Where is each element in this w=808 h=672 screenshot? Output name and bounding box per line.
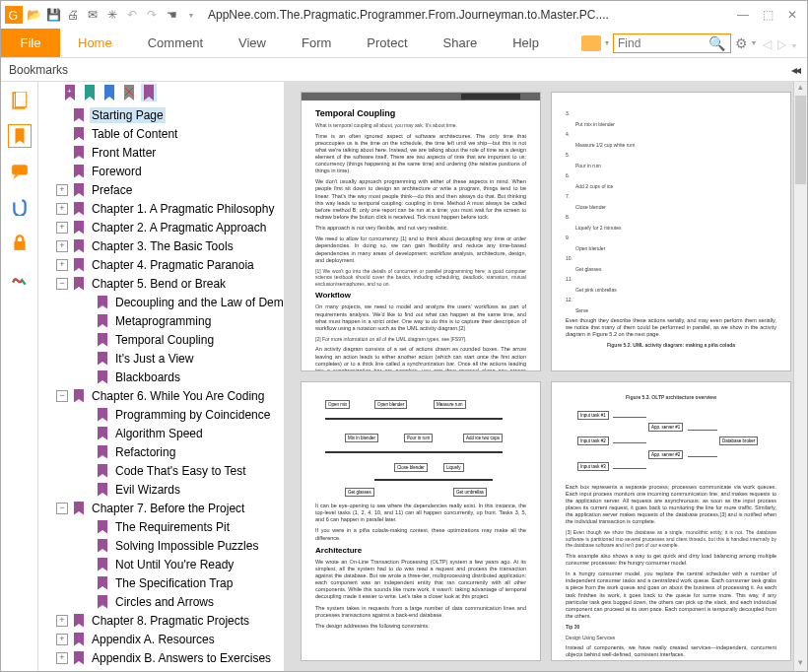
bookmark-item[interactable]: The Requirements Pit [38,517,284,536]
page-thumb-1[interactable]: Temporal Coupling What is temporal coupl… [301,92,541,371]
bookmark-item[interactable]: Not Until You're Ready [38,555,284,573]
file-tab[interactable]: File [1,29,60,57]
bookmark-item[interactable]: Circles and Arrows [38,592,284,611]
expand-toggle-icon[interactable]: − [56,278,68,290]
hand-icon[interactable]: ☚ [163,6,180,24]
maximize-icon[interactable]: ⬚ [763,8,774,22]
scroll-thumb[interactable] [795,96,806,184]
page-thumb-2[interactable]: 3.Put mix in blender 4.Measure 1/2 cup w… [551,92,791,371]
expand-toggle-icon[interactable]: + [56,203,68,215]
collapse-icon[interactable]: ◂◂ [791,63,799,77]
expand-toggle-icon[interactable]: + [56,652,68,664]
open-icon[interactable]: 📂 [25,6,42,24]
bookmark-item[interactable]: −Chapter 5. Bend or Break [38,274,284,293]
expand-toggle-icon[interactable]: + [56,222,68,234]
expand-toggle-icon[interactable]: − [56,503,68,514]
bookmark-item[interactable]: Temporal Coupling [38,330,284,349]
bookmark-item[interactable]: Metaprogramming [38,311,284,330]
attachments-panel-icon[interactable] [11,198,29,216]
bookmark-item[interactable]: +Chapter 4. Pragmatic Paranoia [38,255,284,274]
bookmark-item[interactable]: +Appendix A. Resources [38,630,284,648]
bookmark-item[interactable]: +Chapter 3. The Basic Tools [38,236,284,255]
bookmark-item[interactable]: It's Just a View [38,349,284,368]
bookmark-label: Starting Page [90,107,166,123]
search-input[interactable] [614,36,707,50]
expand-toggle-icon[interactable]: + [56,615,68,627]
dropdown-icon[interactable]: ▾ [182,6,200,24]
bookmark-item[interactable]: Code That's Easy to Test [38,461,284,480]
bookmark-label: Programming by Coincidence [113,407,272,423]
bookmark-item[interactable]: Decoupling and the Law of Demeter [38,293,284,311]
nav-prev-icon[interactable]: ◁ [763,37,772,51]
bookmark-item[interactable]: +Preface [38,180,284,199]
comments-panel-icon[interactable] [11,163,29,180]
expand-toggle-icon[interactable]: + [56,240,68,252]
minimize-icon[interactable]: — [737,8,749,22]
folder-icon[interactable] [581,35,601,51]
tab-comment[interactable]: Comment [130,29,221,57]
bookmark-item[interactable]: +Chapter 2. A Pragmatic Approach [38,218,284,236]
expand-all-icon[interactable]: + [62,84,78,101]
gear-icon[interactable]: ⚙ [735,35,748,51]
pages-panel-icon[interactable] [11,92,29,109]
bookmark-item[interactable]: Blackboards [38,368,284,386]
page-thumb-3[interactable]: Open mixOpen blenderMeasure rumMix in bl… [301,381,541,661]
link-bookmark-icon[interactable] [101,84,117,101]
bookmark-ribbon-icon [98,520,107,534]
redo-icon[interactable]: ↷ [143,6,161,24]
vertical-scrollbar[interactable]: ▴ ▾ [793,82,807,671]
undo-icon[interactable]: ↶ [123,6,141,24]
nav-menu-icon[interactable]: ▾ [792,41,796,50]
tab-home[interactable]: Home [60,29,130,57]
selected-bookmark-icon[interactable] [141,84,157,101]
bookmark-item[interactable]: Evil Wizards [38,480,284,499]
new-icon[interactable]: ✳ [103,6,121,24]
expand-toggle-icon[interactable]: + [56,634,68,645]
bookmark-label: Chapter 7. Before the Project [90,501,246,516]
diagram-box: Database broker [719,437,758,445]
add-bookmark-icon[interactable] [82,84,98,101]
bookmark-item[interactable]: Front Matter [38,143,284,162]
bookmark-item[interactable]: Solving Impossible Puzzles [38,536,284,555]
save-icon[interactable]: 💾 [44,6,62,24]
print-icon[interactable]: 🖨 [64,6,82,24]
scroll-up-icon[interactable]: ▴ [794,82,807,96]
search-icon[interactable]: 🔍 [707,35,725,51]
security-panel-icon[interactable] [11,234,29,251]
bookmark-ribbon-icon [74,614,84,628]
close-icon[interactable]: ✕ [787,8,797,22]
bookmark-item[interactable]: −Chapter 7. Before the Project [38,499,284,517]
bookmark-item[interactable]: Refactoring [38,442,284,461]
page-thumb-4[interactable]: Figure 5.3. OLTP architecture overview I… [551,381,791,661]
tab-view[interactable]: View [221,29,284,57]
scroll-down-icon[interactable]: ▾ [794,657,807,671]
bookmark-item[interactable]: −Chapter 6. While You Are Coding [38,386,284,405]
bookmark-item[interactable]: +Chapter 1. A Pragmatic Philosophy [38,199,284,218]
mail-icon[interactable]: ✉ [84,6,101,24]
bookmark-ribbon-icon [98,539,107,553]
bookmark-item[interactable]: Table of Content [38,124,284,143]
bookmark-item[interactable]: +Chapter 8. Pragmatic Projects [38,611,284,630]
bookmark-ribbon-icon [98,558,107,571]
bookmark-item[interactable]: Algorithm Speed [38,424,284,442]
bookmark-item[interactable]: Starting Page [38,105,284,124]
delete-bookmark-icon[interactable] [121,84,137,101]
expand-toggle-icon[interactable]: + [56,184,68,196]
tab-form[interactable]: Form [284,29,349,57]
bookmark-item[interactable]: Foreword [38,162,284,180]
expand-toggle-icon[interactable]: + [56,259,68,271]
bookmarks-tree[interactable]: Starting PageTable of ContentFront Matte… [38,103,284,671]
search-box[interactable]: 🔍 [613,34,731,53]
bookmark-item[interactable]: +Appendix B. Answers to Exercises [38,648,284,667]
expand-toggle-icon[interactable]: − [56,390,68,402]
bookmark-item[interactable]: Programming by Coincidence [38,405,284,424]
bookmarks-panel-icon[interactable] [11,127,29,145]
tab-protect[interactable]: Protect [349,29,425,57]
bookmark-item[interactable]: The Specification Trap [38,573,284,592]
tab-help[interactable]: Help [495,29,557,57]
signatures-panel-icon[interactable] [11,269,29,287]
bookmark-label: Chapter 5. Bend or Break [90,276,228,292]
tab-share[interactable]: Share [426,29,496,57]
nav-next-icon[interactable]: ▷ [777,37,786,51]
app-icon: G [5,6,23,24]
